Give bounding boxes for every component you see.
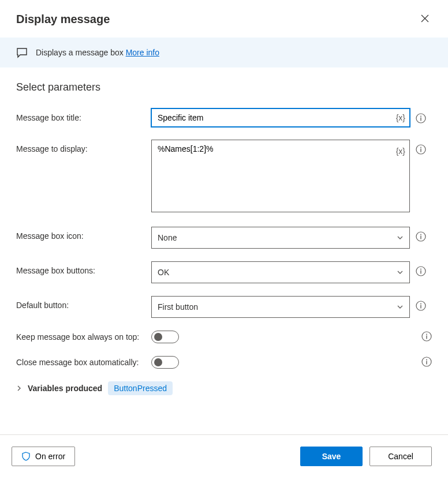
- label-always-on-top: Keep message box always on top:: [16, 332, 151, 342]
- info-icon[interactable]: [421, 331, 432, 343]
- label-default-button: Default button:: [16, 296, 151, 310]
- message-to-display-input[interactable]: [151, 140, 410, 212]
- cancel-button[interactable]: Cancel: [369, 447, 432, 466]
- info-bar: Displays a message box More info: [0, 38, 448, 68]
- svg-point-7: [420, 234, 421, 235]
- row-buttons: Message box buttons: OK: [16, 261, 432, 283]
- shield-icon: [21, 452, 31, 461]
- message-box-icon-select[interactable]: None: [151, 227, 410, 249]
- footer-actions: Save Cancel: [300, 447, 432, 466]
- svg-rect-8: [420, 236, 421, 239]
- info-icon[interactable]: [416, 144, 426, 156]
- svg-point-10: [420, 269, 421, 270]
- select-value: First button: [158, 302, 198, 312]
- on-error-button[interactable]: On error: [12, 447, 75, 466]
- info-icon[interactable]: [416, 266, 426, 278]
- label-buttons: Message box buttons:: [16, 261, 151, 275]
- auto-close-toggle[interactable]: [151, 356, 179, 369]
- row-message: Message to display: {x}: [16, 140, 432, 214]
- chevron-down-icon: [397, 303, 404, 310]
- svg-point-13: [420, 303, 421, 305]
- on-error-label: On error: [35, 452, 65, 461]
- dialog-footer: On error Save Cancel: [0, 434, 448, 480]
- chevron-right-icon: [16, 385, 22, 391]
- select-value: None: [158, 233, 177, 242]
- close-button[interactable]: [418, 12, 432, 27]
- svg-rect-2: [420, 118, 421, 121]
- label-icon: Message box icon:: [16, 227, 151, 241]
- message-box-buttons-select[interactable]: OK: [151, 261, 410, 283]
- dialog-header: Display message: [0, 0, 448, 38]
- svg-rect-17: [426, 335, 427, 339]
- info-icon[interactable]: [416, 301, 426, 313]
- chevron-down-icon: [397, 269, 404, 276]
- variable-chip[interactable]: ButtonPressed: [108, 381, 173, 395]
- always-on-top-toggle[interactable]: [151, 331, 179, 343]
- row-icon: Message box icon: None: [16, 227, 432, 249]
- close-icon: [420, 14, 430, 23]
- more-info-link[interactable]: More info: [126, 48, 159, 57]
- svg-point-4: [420, 147, 421, 148]
- info-icon[interactable]: [416, 113, 426, 125]
- message-box-title-input[interactable]: [151, 108, 410, 127]
- variables-produced-label: Variables produced: [28, 384, 102, 393]
- dialog-title: Display message: [16, 13, 110, 26]
- row-always-on-top: Keep message box always on top:: [16, 331, 432, 343]
- default-button-select[interactable]: First button: [151, 296, 410, 318]
- svg-rect-20: [426, 361, 427, 364]
- label-title: Message box title:: [16, 108, 151, 122]
- svg-rect-14: [420, 305, 421, 309]
- variables-produced-row[interactable]: Variables produced ButtonPressed: [16, 381, 432, 395]
- select-value: OK: [158, 268, 169, 277]
- svg-rect-5: [420, 149, 421, 152]
- info-description: Displays a message box More info: [36, 48, 159, 57]
- info-icon[interactable]: [421, 357, 432, 369]
- content-area: Select parameters Message box title: {x}…: [0, 68, 448, 401]
- svg-point-16: [426, 333, 427, 335]
- row-default-button: Default button: First button: [16, 296, 432, 318]
- message-icon: [16, 47, 28, 58]
- label-message: Message to display:: [16, 140, 151, 153]
- save-button[interactable]: Save: [300, 447, 363, 466]
- svg-rect-11: [420, 271, 421, 274]
- row-auto-close: Close message box automatically:: [16, 356, 432, 369]
- section-title: Select parameters: [16, 81, 432, 93]
- chevron-down-icon: [397, 234, 404, 241]
- svg-point-19: [426, 359, 427, 360]
- svg-point-1: [420, 116, 421, 117]
- label-auto-close: Close message box automatically:: [16, 358, 151, 367]
- info-icon[interactable]: [416, 231, 426, 243]
- row-title: Message box title: {x}: [16, 108, 432, 127]
